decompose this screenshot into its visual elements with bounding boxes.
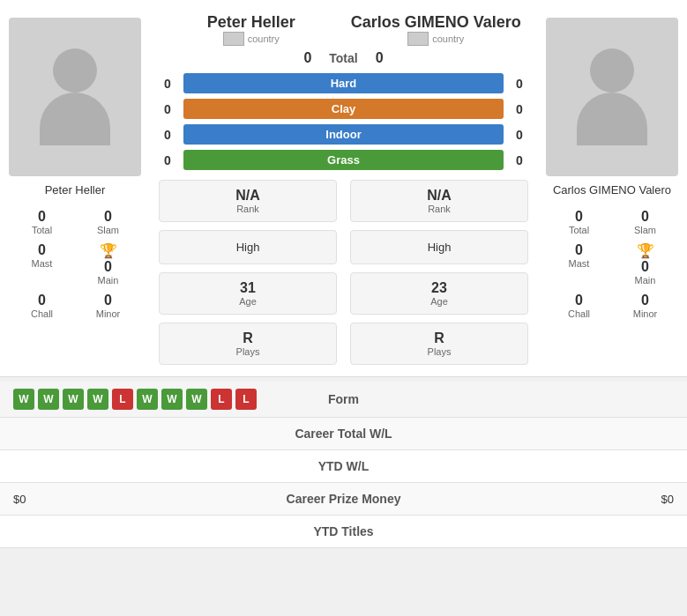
right-slam-cell: 0 Slam (612, 205, 678, 239)
right-mast-value: 0 (548, 242, 610, 258)
right-player-name-below: Carlos GIMENO Valero (553, 183, 671, 197)
left-mast-value: 0 (11, 242, 73, 258)
left-plays-value: R (168, 330, 327, 346)
left-plays-block: R Plays (159, 323, 337, 365)
right-mast-label: Mast (548, 258, 610, 269)
ytd-wl-label: YTD W/L (234, 459, 454, 473)
left-total-score: 0 (303, 50, 311, 66)
left-avatar-body (40, 93, 110, 145)
right-chall-label: Chall (548, 308, 610, 319)
left-country-text: country (248, 33, 280, 44)
right-detail-panels: N/A Rank High 23 Age R Plays (346, 177, 533, 367)
center-panel: Peter Heller country Carlos GIMENO Valer… (150, 9, 537, 367)
left-high-block: High (159, 230, 337, 264)
form-badge-w: W (161, 389, 183, 410)
form-badge-l: L (235, 389, 257, 410)
left-chall-cell: 0 Chall (9, 289, 75, 323)
clay-right-score: 0 (511, 102, 528, 116)
ytd-titles-row: YTD Titles (0, 516, 687, 548)
right-plays-label: Plays (360, 346, 519, 357)
right-avatar-body (577, 93, 647, 145)
form-label: Form (309, 392, 379, 406)
left-player-header: Peter Heller country (159, 13, 344, 46)
right-total-label: Total (548, 225, 610, 235)
right-high-label: High (360, 238, 519, 256)
left-main-value: 0 (77, 259, 139, 275)
right-main-label: Main (614, 275, 676, 286)
player-comparison: Peter Heller 0 Total 0 Slam 0 Mast 🏆 0 (0, 0, 687, 377)
right-total-cell: 0 Total (546, 205, 612, 239)
clay-left-score: 0 (159, 102, 176, 116)
bottom-section: WWWWLWWWLL Form Career Total W/L YTD W/L… (0, 382, 687, 548)
left-country-row: country (159, 32, 344, 46)
left-minor-label: Minor (77, 308, 139, 319)
left-form-badges: WWWWLWWWLL (13, 389, 309, 410)
right-rank-block: N/A Rank (350, 180, 528, 222)
right-country-row: country (344, 32, 529, 46)
right-player-header: Carlos GIMENO Valero country (344, 13, 529, 46)
left-age-label: Age (168, 296, 327, 307)
left-player-name-below: Peter Heller (45, 183, 106, 197)
left-total-label: Total (11, 225, 73, 235)
grass-button[interactable]: Grass (183, 150, 504, 170)
right-total-score: 0 (376, 50, 384, 66)
right-mast-cell: 0 Mast (546, 239, 612, 289)
right-total-value: 0 (548, 209, 610, 225)
right-avatar-image (546, 18, 678, 176)
left-total-cell: 0 Total (9, 205, 75, 239)
form-badge-w: W (186, 389, 207, 410)
right-minor-cell: 0 Minor (612, 289, 678, 323)
left-slam-value: 0 (77, 209, 139, 225)
surface-row-hard: 0 Hard 0 (159, 71, 528, 96)
right-player-title: Carlos GIMENO Valero (344, 13, 529, 32)
right-player-avatar: Carlos GIMENO Valero 0 Total 0 Slam 0 Ma… (537, 9, 687, 367)
left-minor-value: 0 (77, 293, 139, 308)
left-mast-label: Mast (11, 258, 73, 269)
form-row: WWWWLWWWLL Form (0, 382, 687, 418)
right-age-block: 23 Age (350, 272, 528, 315)
detail-panels-row: N/A Rank High 31 Age R Plays (150, 173, 537, 367)
right-trophy-cell: 🏆 0 Main (612, 239, 678, 289)
grass-left-score: 0 (159, 153, 176, 167)
prize-money-row: $0 Career Prize Money $0 (0, 483, 687, 516)
left-minor-cell: 0 Minor (75, 289, 141, 323)
left-total-value: 0 (11, 209, 73, 225)
right-rank-value: N/A (360, 188, 519, 204)
left-avatar-image (9, 18, 141, 176)
clay-button[interactable]: Clay (183, 99, 504, 119)
form-badge-w: W (137, 389, 158, 410)
left-prize-money: $0 (13, 493, 234, 506)
left-plays-label: Plays (168, 346, 327, 357)
surface-row-grass: 0 Grass 0 (159, 147, 528, 173)
ytd-wl-row: YTD W/L (0, 450, 687, 483)
left-age-value: 31 (168, 280, 327, 296)
indoor-button[interactable]: Indoor (183, 124, 504, 145)
right-avatar-head (590, 48, 634, 93)
right-age-label: Age (360, 296, 519, 307)
career-prize-label: Career Prize Money (234, 492, 454, 506)
left-mast-cell: 0 Mast (9, 239, 75, 289)
left-chall-label: Chall (11, 308, 73, 319)
right-country-text: country (432, 33, 464, 44)
left-rank-value: N/A (168, 188, 327, 204)
left-main-label: Main (77, 275, 139, 286)
left-avatar-head (53, 48, 97, 93)
hard-button[interactable]: Hard (183, 73, 504, 93)
right-trophy-icon: 🏆 (614, 242, 676, 259)
right-slam-value: 0 (614, 209, 676, 225)
left-detail-panels: N/A Rank High 31 Age R Plays (154, 177, 341, 367)
left-age-block: 31 Age (159, 272, 337, 315)
main-container: Peter Heller 0 Total 0 Slam 0 Mast 🏆 0 (0, 0, 687, 548)
right-high-block: High (350, 230, 528, 264)
left-stats-grid: 0 Total 0 Slam 0 Mast 🏆 0 Main 0 (9, 205, 141, 323)
total-label: Total (329, 51, 357, 65)
right-plays-block: R Plays (350, 323, 528, 365)
form-badge-l: L (112, 389, 133, 410)
left-rank-label: Rank (168, 204, 327, 214)
right-slam-label: Slam (614, 225, 676, 235)
hard-right-score: 0 (511, 77, 528, 91)
total-row: 0 Total 0 (303, 46, 383, 71)
form-badge-w: W (38, 389, 59, 410)
right-chall-cell: 0 Chall (546, 289, 612, 323)
left-high-label: High (168, 238, 327, 256)
